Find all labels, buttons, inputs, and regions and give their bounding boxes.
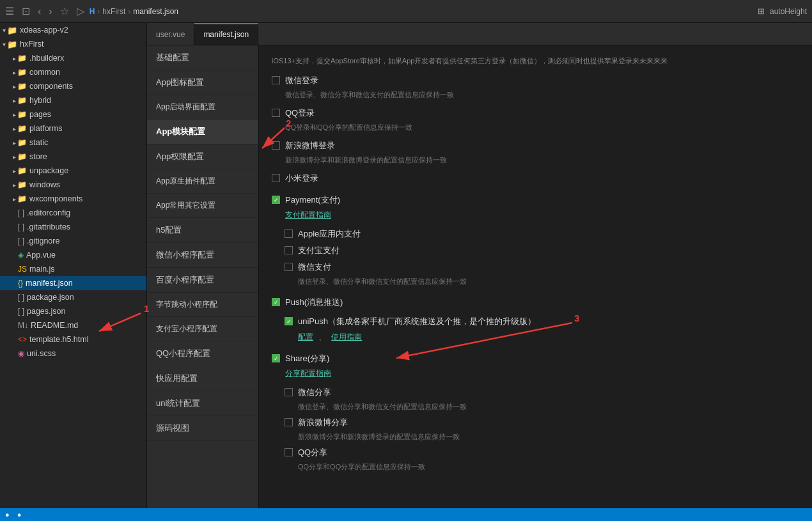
search-label: autoHeight [770,7,807,16]
breadcrumb-project[interactable]: hxFirst [102,7,125,16]
checkbox-push[interactable] [272,298,280,306]
menu-icon[interactable]: ☰ [5,5,14,17]
checkbox-wechat-pay[interactable] [285,263,293,271]
folder-icon: 📁 [7,26,17,35]
sidebar-label: platforms [29,124,62,133]
tab-user-vue[interactable]: user.vue [147,23,194,45]
nav-item-qq[interactable]: QQ小程序配置 [147,341,258,366]
sidebar-item-uni-scss[interactable]: ◉ uni.scss [0,346,146,361]
breadcrumb-logo: H [90,7,95,16]
sidebar-item-template-html[interactable]: <> template.h5.html [0,332,146,346]
sidebar-label: common [29,68,60,77]
checkbox-payment[interactable] [272,196,280,204]
sidebar-item-manifest-json[interactable]: {} manifest.json [0,276,146,290]
sidebar-item-gitattributes[interactable]: [ ] .gitattributes [0,220,146,234]
sidebar-item-main-js[interactable]: JS main.js [0,262,146,276]
nav-item-alipay[interactable]: 支付宝小程序配置 [147,317,258,341]
sidebar-label: .hbuilderx [29,54,64,63]
sidebar-item-hbuilderx[interactable]: ▸ 📁 .hbuilderx [0,51,146,65]
sidebar-item-pages-json[interactable]: [ ] pages.json [0,304,146,318]
search-icon: ⊞ [758,6,765,16]
arrow-icon: ▸ [13,153,16,160]
section-unipush: uniPush（集成各家手机厂商系统推送及个推，是个推的升级版） [285,316,799,327]
sidebar-item-unpackage[interactable]: ▸ 📁 unpackage [0,164,146,178]
checkbox-alipay[interactable] [285,246,293,254]
arrow-icon: ▸ [13,55,16,62]
sidebar-label: manifest.json [26,279,73,288]
nav-item-permission[interactable]: App权限配置 [147,144,258,169]
checkbox-apple-pay[interactable] [285,229,293,238]
sidebar-label: pages.json [27,307,65,316]
sidebar-item-store[interactable]: ▸ 📁 store [0,150,146,164]
checkbox-weibo-share[interactable] [285,418,293,426]
editor-area: user.vue manifest.json 基础配置 App图标配置 App启… [147,23,812,521]
nav-item-bytedance[interactable]: 字节跳动小程序配 [147,293,258,317]
nav-item-basic[interactable]: 基础配置 [147,45,258,70]
nav-item-splash[interactable]: App启动界面配置 [147,95,258,120]
back-icon[interactable]: ‹ [38,6,41,17]
link-unipush-config[interactable]: 配置 [298,332,313,341]
checkbox-wechat-share[interactable] [285,388,293,396]
section-qq-share: QQ分享 [285,447,799,458]
nav-item-other[interactable]: App常用其它设置 [147,194,258,218]
file-icon[interactable]: ⊡ [22,5,30,17]
sidebar-item-platforms[interactable]: ▸ 📁 platforms [0,121,146,136]
nav-item-baidu[interactable]: 百度小程序配置 [147,268,258,293]
sidebar-item-static[interactable]: ▸ 📁 static [0,136,146,150]
link-unipush-guide[interactable]: 使用指南 [331,332,362,341]
section-title: 新浪微博登录 [285,140,335,152]
checkbox-wechat-login[interactable] [272,76,280,84]
checkbox-qq-share[interactable] [285,448,293,456]
nav-item-weixin[interactable]: 微信小程序配置 [147,243,258,268]
main-layout: ▾ 📁 xdeas-app-v2 ▾ 📁 hxFirst ▸ 📁 .hbuild… [0,23,812,521]
sidebar-item-editorconfig[interactable]: [ ] .editorconfig [0,206,146,220]
nav-item-source[interactable]: 源码视图 [147,416,258,441]
section-qq-login: QQ登录 [272,107,799,119]
nav-item-icon[interactable]: App图标配置 [147,70,258,95]
section-title: Payment(支付) [285,194,340,206]
nav-item-uni-stats[interactable]: uni统计配置 [147,391,258,416]
sidebar-item-hxfirst[interactable]: ▾ 📁 hxFirst [0,37,146,51]
section-push: Push(消息推送) [272,297,799,308]
right-panel: iOS13+支持，提交AppStore审核时，如果App开发者有提供任何第三方登… [259,45,812,521]
star-icon[interactable]: ☆ [60,5,69,17]
sidebar-item-package-json[interactable]: [ ] package.json [0,290,146,304]
sidebar-item-app-vue[interactable]: ◈ App.vue [0,248,146,262]
nav-item-h5[interactable]: h5配置 [147,218,258,243]
checkbox-unipush[interactable] [285,317,293,325]
tab-manifest-json[interactable]: manifest.json [194,23,258,45]
json-icon: [ ] [18,293,24,302]
sidebar-item-gitignore[interactable]: [ ] .gitignore [0,234,146,248]
sidebar-label: components [29,82,73,91]
section-title: uniPush（集成各家手机厂商系统推送及个推，是个推的升级版） [298,316,536,327]
sidebar-item-pages[interactable]: ▸ 📁 pages [0,107,146,121]
checkbox-share[interactable] [272,354,280,362]
sidebar-item-windows[interactable]: ▸ 📁 windows [0,178,146,192]
sidebar-label: pages [29,110,51,119]
nav-item-module[interactable]: App模块配置 [147,120,258,144]
checkbox-xiaomi-login[interactable] [272,174,280,182]
forward-icon[interactable]: › [49,6,52,17]
sidebar-item-readme[interactable]: M↓ README.md [0,318,146,332]
section-xiaomi-login: 小米登录 [272,173,799,184]
sidebar: ▾ 📁 xdeas-app-v2 ▾ 📁 hxFirst ▸ 📁 .hbuild… [0,23,147,521]
sidebar-item-xdeas[interactable]: ▾ 📁 xdeas-app-v2 [0,23,146,37]
nav-item-plugin[interactable]: App原生插件配置 [147,169,258,194]
section-alipay: 支付宝支付 [285,245,799,256]
link-share-guide[interactable]: 分享配置指南 [285,368,799,379]
status-text2: ● [17,511,22,518]
link-payment-guide[interactable]: 支付配置指南 [285,210,799,221]
checkbox-qq-login[interactable] [272,109,280,117]
section-desc: QQ分享和QQ分享的配置信息应保持一致 [298,462,799,472]
nav-item-quickapp[interactable]: 快应用配置 [147,366,258,391]
sidebar-label: uni.scss [27,349,56,358]
sidebar-item-wxcomponents[interactable]: ▸ 📁 wxcomponents [0,192,146,206]
sidebar-item-common[interactable]: ▸ 📁 common [0,65,146,79]
breadcrumb: H › hxFirst › manifest.json [90,7,753,16]
sidebar-item-hybrid[interactable]: ▸ 📁 hybrid [0,93,146,107]
run-icon[interactable]: ▷ [77,5,84,17]
checkbox-weibo-login[interactable] [272,141,280,150]
sidebar-item-components[interactable]: ▸ 📁 components [0,79,146,93]
sidebar-label: .gitattributes [27,222,70,231]
left-nav: 基础配置 App图标配置 App启动界面配置 App模块配置 App权限配置 A… [147,45,259,521]
